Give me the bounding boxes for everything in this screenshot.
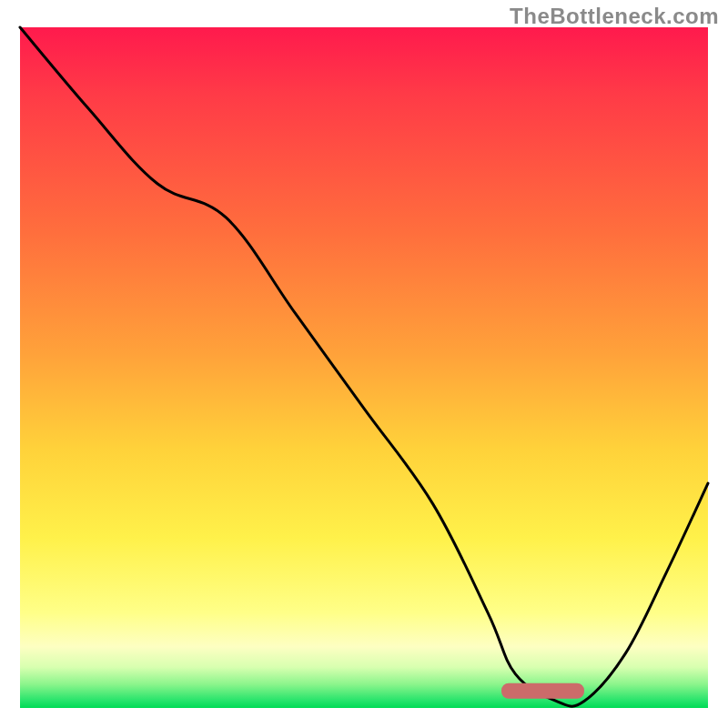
optimal-marker (501, 683, 584, 698)
curve-layer (20, 27, 708, 708)
bottleneck-curve (20, 27, 708, 706)
stage: TheBottleneck.com (0, 0, 728, 728)
watermark-text: TheBottleneck.com (510, 4, 719, 29)
bottleneck-chart (20, 27, 708, 708)
